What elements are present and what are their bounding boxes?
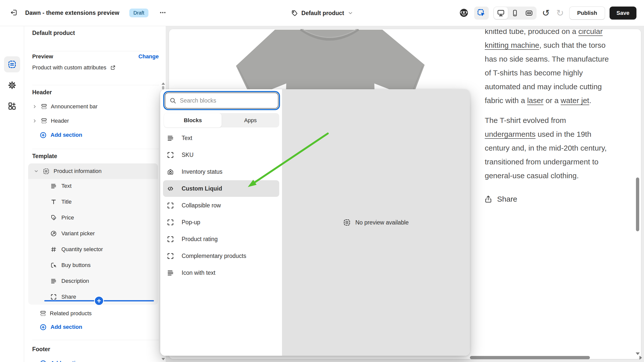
preview-vertical-scrollbar[interactable] [636, 177, 639, 231]
chevron-right-icon[interactable] [32, 118, 37, 123]
preview-text-line: knitted tube, produced on a circular [485, 29, 636, 38]
exit-icon [10, 9, 18, 16]
add-section-label: Add section [51, 360, 82, 362]
tab-blocks[interactable]: Blocks [164, 113, 222, 127]
preview-scroll-down-arrow[interactable] [636, 352, 640, 355]
tab-apps[interactable]: Apps [222, 113, 279, 127]
section-row-label: Announcement bar [51, 103, 98, 110]
popup-block-sku[interactable]: SKU [163, 147, 279, 163]
page-selector-label: Default product [301, 10, 344, 17]
add-section-footer[interactable]: Add section [40, 357, 82, 362]
redo-button[interactable]: ↻ [555, 8, 565, 19]
block-row-share[interactable]: Share [28, 289, 158, 305]
preview-link[interactable]: knitting machine [485, 41, 539, 49]
topbar-left: Dawn - theme extensions preview Draft [0, 7, 169, 19]
search-icon [169, 97, 176, 104]
page-selector[interactable]: Default product [291, 0, 353, 26]
buy-cursor-icon [50, 262, 57, 268]
exit-editor-button[interactable] [9, 8, 19, 18]
add-block-button[interactable]: + [94, 296, 104, 306]
block-row-label: Share [61, 294, 76, 300]
change-preview-link[interactable]: Change [138, 53, 159, 60]
inspector-tool-button[interactable] [474, 7, 489, 20]
block-row-variant-picker[interactable]: Variant picker [28, 225, 158, 241]
desktop-icon [497, 9, 505, 17]
block-row-quantity-selector[interactable]: Quantity selector [28, 241, 158, 257]
section-row-label: Header [51, 118, 69, 124]
no-preview-message: No preview available [282, 89, 470, 356]
section-icon [41, 103, 47, 110]
publish-button[interactable]: Publish [569, 7, 605, 20]
preview-text-line: century and, in the mid-20th century, [485, 141, 636, 155]
add-section-header[interactable]: Add section [40, 129, 82, 141]
block-row-title[interactable]: Title [28, 194, 158, 210]
popup-block-label: Pop-up [182, 219, 200, 226]
popup-block-popup[interactable]: Pop-up [163, 214, 279, 231]
block-row-label: Title [61, 199, 72, 205]
popup-block-label: Custom Liquid [182, 185, 222, 192]
rail-settings-button[interactable] [4, 77, 20, 93]
app-brackets-icon [167, 151, 174, 159]
add-section-label: Add section [51, 132, 82, 138]
save-button[interactable]: Save [610, 7, 636, 20]
preview-link[interactable]: water jet [561, 96, 589, 105]
device-toggle-group [493, 7, 537, 20]
mobile-view-button[interactable] [508, 7, 522, 19]
section-row-header[interactable]: Header [32, 114, 69, 127]
popup-block-inventory-status[interactable]: Inventory status [163, 163, 279, 180]
chevron-right-icon[interactable] [32, 104, 37, 109]
panel-scroll-down-arrow[interactable] [162, 358, 165, 360]
section-row-related-products[interactable]: Related products [40, 307, 92, 320]
preview-link[interactable]: undergarments [485, 130, 536, 138]
block-row-label: Price [61, 214, 74, 221]
popup-block-product-rating[interactable]: Product rating [163, 231, 279, 247]
popup-block-collapsible-row[interactable]: Collapsible row [163, 197, 279, 214]
popup-block-custom-liquid[interactable]: Custom Liquid [163, 180, 279, 197]
preview-text-line: undergarments used in the 19th [485, 127, 636, 141]
preview-text: has no side seams. The manufacture [485, 55, 609, 63]
preview-text-line: general-use casual clothing. [485, 169, 636, 183]
panel-scrollbar-thumb[interactable] [162, 86, 164, 89]
share-button[interactable]: Share [484, 195, 517, 203]
block-row-label: Text [61, 183, 71, 189]
divider [32, 340, 159, 340]
more-menu-button[interactable] [157, 7, 169, 19]
no-preview-label: No preview available [355, 219, 409, 226]
tag-icon [291, 10, 298, 17]
undo-button[interactable]: ↺ [541, 8, 551, 19]
redo-icon: ↻ [556, 8, 564, 18]
rail-sections-button[interactable] [4, 56, 20, 72]
popup-block-complementary-products[interactable]: Complementary products [163, 248, 279, 264]
popup-block-label: Collapsible row [182, 202, 221, 209]
preview-text-line: fabric with a laser or a water jet. [485, 94, 636, 107]
search-input[interactable] [180, 97, 270, 104]
panel-title: Default product [32, 30, 75, 36]
preview-text-line: The T-shirt evolved from [485, 113, 636, 127]
preview-product-row[interactable]: Product with custom attributes [32, 64, 116, 71]
preview-label: Preview [32, 53, 53, 60]
add-circle-icon [40, 132, 47, 139]
chevron-down-icon[interactable] [34, 169, 39, 174]
preview-incognito-button[interactable] [458, 7, 470, 19]
block-row-text[interactable]: Text [28, 178, 158, 194]
add-section-template[interactable]: Add section [40, 321, 82, 333]
rail-app-embeds-button[interactable] [4, 98, 20, 114]
block-row-price[interactable]: $ Price [28, 210, 158, 225]
app-brackets-icon [167, 202, 174, 209]
preview-link[interactable]: laser [527, 96, 543, 105]
external-link-icon [110, 65, 116, 71]
popup-block-icon-with-text[interactable]: Icon with text [163, 264, 279, 281]
section-row-announcement-bar[interactable]: Announcement bar [32, 100, 98, 113]
preview-scroll-right-arrow[interactable] [639, 356, 642, 360]
block-row-buy-buttons[interactable]: Buy buttons [28, 257, 158, 273]
text-lines-icon [50, 278, 57, 284]
desktop-view-button[interactable] [494, 7, 508, 19]
popup-block-text[interactable]: Text [163, 130, 279, 146]
panel-scroll-up-arrow[interactable] [162, 82, 165, 85]
section-row-product-information[interactable]: Product information [28, 163, 158, 179]
block-row-description[interactable]: Description [28, 273, 158, 289]
section-row-label: Related products [50, 310, 92, 317]
fullwidth-view-button[interactable] [522, 7, 536, 19]
preview-horizontal-scrollbar[interactable] [470, 356, 590, 359]
preview-link[interactable]: circular [578, 29, 603, 35]
